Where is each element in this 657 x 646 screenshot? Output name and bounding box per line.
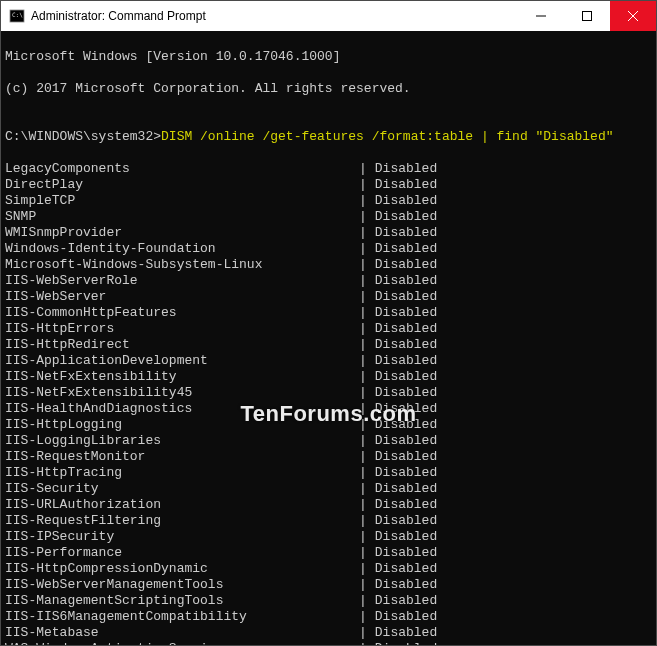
svg-text:C:\: C:\	[12, 11, 23, 18]
table-row: IIS-RequestMonitor |Disabled	[5, 449, 652, 465]
column-separator: |	[359, 577, 367, 593]
table-row: IIS-LoggingLibraries |Disabled	[5, 433, 652, 449]
feature-status: Disabled	[367, 385, 437, 401]
table-row: IIS-WebServerRole |Disabled	[5, 273, 652, 289]
feature-name: IIS-Metabase	[5, 625, 359, 641]
table-row: IIS-URLAuthorization |Disabled	[5, 497, 652, 513]
feature-name: IIS-HttpRedirect	[5, 337, 359, 353]
feature-name: IIS-IIS6ManagementCompatibility	[5, 609, 359, 625]
feature-status: Disabled	[367, 353, 437, 369]
terminal-output[interactable]: Microsoft Windows [Version 10.0.17046.10…	[1, 31, 656, 645]
feature-status: Disabled	[367, 177, 437, 193]
column-separator: |	[359, 417, 367, 433]
table-row: IIS-IPSecurity |Disabled	[5, 529, 652, 545]
column-separator: |	[359, 545, 367, 561]
table-row: IIS-HttpRedirect |Disabled	[5, 337, 652, 353]
feature-name: DirectPlay	[5, 177, 359, 193]
table-row: DirectPlay |Disabled	[5, 177, 652, 193]
column-separator: |	[359, 289, 367, 305]
column-separator: |	[359, 305, 367, 321]
version-line: Microsoft Windows [Version 10.0.17046.10…	[5, 49, 652, 65]
feature-name: Microsoft-Windows-Subsystem-Linux	[5, 257, 359, 273]
column-separator: |	[359, 161, 367, 177]
column-separator: |	[359, 369, 367, 385]
feature-status: Disabled	[367, 593, 437, 609]
table-row: LegacyComponents |Disabled	[5, 161, 652, 177]
feature-status: Disabled	[367, 577, 437, 593]
feature-status: Disabled	[367, 417, 437, 433]
column-separator: |	[359, 225, 367, 241]
column-separator: |	[359, 481, 367, 497]
table-row: IIS-WebServerManagementTools |Disabled	[5, 577, 652, 593]
feature-name: IIS-ApplicationDevelopment	[5, 353, 359, 369]
command-prompt-window: C:\ Administrator: Command Prompt Micros…	[0, 0, 657, 646]
feature-status: Disabled	[367, 305, 437, 321]
table-row: IIS-HttpTracing |Disabled	[5, 465, 652, 481]
feature-name: IIS-CommonHttpFeatures	[5, 305, 359, 321]
table-row: Microsoft-Windows-Subsystem-Linux |Disab…	[5, 257, 652, 273]
feature-status: Disabled	[367, 497, 437, 513]
column-separator: |	[359, 641, 367, 645]
prompt-line: C:\WINDOWS\system32>DISM /online /get-fe…	[5, 129, 652, 145]
feature-status: Disabled	[367, 465, 437, 481]
feature-name: IIS-ManagementScriptingTools	[5, 593, 359, 609]
table-row: IIS-RequestFiltering |Disabled	[5, 513, 652, 529]
column-separator: |	[359, 177, 367, 193]
feature-status: Disabled	[367, 433, 437, 449]
feature-name: IIS-LoggingLibraries	[5, 433, 359, 449]
minimize-button[interactable]	[518, 1, 564, 31]
feature-status: Disabled	[367, 225, 437, 241]
table-row: WMISnmpProvider |Disabled	[5, 225, 652, 241]
close-button[interactable]	[610, 1, 656, 31]
column-separator: |	[359, 273, 367, 289]
table-row: IIS-Metabase |Disabled	[5, 625, 652, 641]
column-separator: |	[359, 353, 367, 369]
feature-status: Disabled	[367, 273, 437, 289]
cmd-icon: C:\	[9, 8, 25, 24]
table-row: WAS-WindowsActivationService |Disabled	[5, 641, 652, 645]
feature-name: IIS-HttpLogging	[5, 417, 359, 433]
prompt-path: C:\WINDOWS\system32>	[5, 129, 161, 144]
feature-name: LegacyComponents	[5, 161, 359, 177]
command-text: DISM /online /get-features /format:table…	[161, 129, 613, 144]
column-separator: |	[359, 385, 367, 401]
table-row: IIS-WebServer |Disabled	[5, 289, 652, 305]
feature-name: WAS-WindowsActivationService	[5, 641, 359, 645]
copyright-line: (c) 2017 Microsoft Corporation. All righ…	[5, 81, 652, 97]
feature-name: IIS-IPSecurity	[5, 529, 359, 545]
column-separator: |	[359, 321, 367, 337]
feature-name: IIS-URLAuthorization	[5, 497, 359, 513]
titlebar[interactable]: C:\ Administrator: Command Prompt	[1, 1, 656, 31]
table-row: IIS-Security |Disabled	[5, 481, 652, 497]
feature-status: Disabled	[367, 561, 437, 577]
feature-status: Disabled	[367, 369, 437, 385]
feature-name: SNMP	[5, 209, 359, 225]
column-separator: |	[359, 257, 367, 273]
feature-name: WMISnmpProvider	[5, 225, 359, 241]
feature-name: IIS-WebServerManagementTools	[5, 577, 359, 593]
column-separator: |	[359, 401, 367, 417]
feature-name: IIS-WebServer	[5, 289, 359, 305]
column-separator: |	[359, 241, 367, 257]
column-separator: |	[359, 433, 367, 449]
feature-status: Disabled	[367, 161, 437, 177]
feature-name: IIS-Security	[5, 481, 359, 497]
table-row: IIS-Performance |Disabled	[5, 545, 652, 561]
table-row: IIS-NetFxExtensibility |Disabled	[5, 369, 652, 385]
table-row: SNMP |Disabled	[5, 209, 652, 225]
feature-name: IIS-RequestMonitor	[5, 449, 359, 465]
column-separator: |	[359, 625, 367, 641]
column-separator: |	[359, 193, 367, 209]
maximize-button[interactable]	[564, 1, 610, 31]
titlebar-controls	[518, 1, 656, 31]
feature-name: IIS-HttpTracing	[5, 465, 359, 481]
feature-table: LegacyComponents |DisabledDirectPlay |Di…	[5, 161, 652, 645]
column-separator: |	[359, 497, 367, 513]
column-separator: |	[359, 465, 367, 481]
feature-status: Disabled	[367, 401, 437, 417]
column-separator: |	[359, 513, 367, 529]
feature-status: Disabled	[367, 241, 437, 257]
feature-name: IIS-NetFxExtensibility45	[5, 385, 359, 401]
feature-status: Disabled	[367, 449, 437, 465]
feature-status: Disabled	[367, 529, 437, 545]
